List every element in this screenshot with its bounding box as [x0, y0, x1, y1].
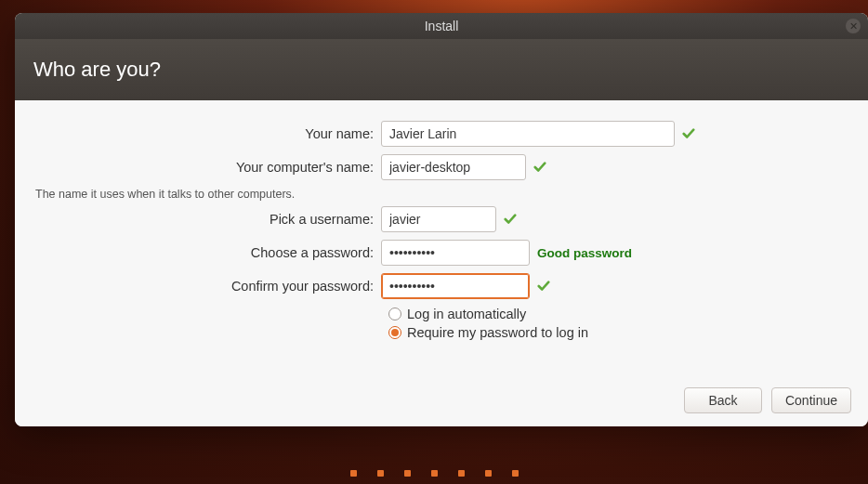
- page-title: Who are you?: [33, 58, 161, 82]
- row-name: Your name:: [33, 121, 849, 147]
- installer-window: Install ✕ Who are you? Your name: Your c…: [15, 13, 868, 426]
- progress-dot: [512, 470, 519, 477]
- row-hostname: Your computer's name:: [33, 154, 849, 180]
- radio-icon: [388, 307, 401, 320]
- titlebar[interactable]: Install ✕: [15, 13, 868, 39]
- password-input[interactable]: [381, 240, 530, 266]
- radio-auto-login[interactable]: Log in automatically: [388, 307, 849, 321]
- progress-dot: [350, 470, 357, 477]
- login-options: Log in automatically Require my password…: [388, 307, 849, 340]
- label-confirm: Confirm your password:: [33, 279, 381, 294]
- back-button[interactable]: Back: [684, 387, 762, 413]
- progress-dot: [431, 470, 438, 477]
- radio-require-password[interactable]: Require my password to log in: [388, 325, 849, 340]
- confirm-password-input[interactable]: [381, 273, 530, 299]
- row-hostname-hint: The name it uses when it talks to other …: [33, 188, 849, 206]
- username-input[interactable]: [381, 206, 496, 232]
- row-password: Choose a password: Good password: [33, 240, 849, 266]
- radio-icon: [388, 326, 401, 339]
- row-confirm: Confirm your password:: [33, 273, 849, 299]
- password-strength: Good password: [537, 246, 632, 260]
- label-name: Your name:: [33, 126, 381, 141]
- check-icon: [537, 280, 550, 293]
- radio-require-password-label: Require my password to log in: [407, 325, 588, 340]
- progress-dots: [0, 470, 868, 477]
- hostname-input[interactable]: [381, 154, 526, 180]
- progress-dot: [377, 470, 384, 477]
- label-hostname: Your computer's name:: [33, 160, 381, 175]
- footer: Back Continue: [15, 374, 868, 426]
- name-input[interactable]: [381, 121, 675, 147]
- label-password: Choose a password:: [33, 245, 381, 260]
- label-username: Pick a username:: [33, 212, 381, 227]
- hostname-hint: The name it uses when it talks to other …: [33, 188, 295, 206]
- check-icon: [504, 213, 517, 226]
- form-content: Your name: Your computer's name: The nam…: [15, 100, 868, 374]
- window-title: Install: [425, 19, 459, 33]
- row-username: Pick a username:: [33, 206, 849, 232]
- continue-button[interactable]: Continue: [771, 387, 851, 413]
- progress-dot: [404, 470, 411, 477]
- progress-dot: [458, 470, 465, 477]
- progress-dot: [485, 470, 492, 477]
- radio-auto-login-label: Log in automatically: [407, 307, 526, 321]
- check-icon: [533, 161, 546, 174]
- close-icon[interactable]: ✕: [846, 19, 861, 33]
- check-icon: [682, 127, 695, 140]
- page-heading-bar: Who are you?: [15, 39, 868, 100]
